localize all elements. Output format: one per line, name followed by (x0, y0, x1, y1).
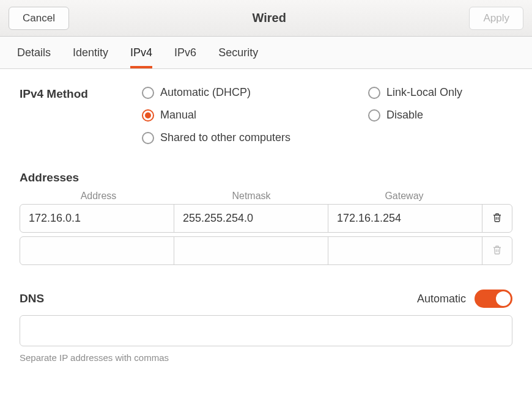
col-gateway: Gateway (328, 191, 481, 202)
addresses-section: Addresses Address Netmask Gateway (20, 171, 512, 265)
radio-automatic-dhcp[interactable]: Automatic (DHCP) (142, 86, 356, 99)
ipv4-method-options: Automatic (DHCP) Link-Local Only Manual … (142, 86, 462, 144)
apply-button[interactable]: Apply (469, 7, 523, 30)
dns-section: DNS Automatic Separate IP addresses with… (20, 290, 512, 363)
cancel-button[interactable]: Cancel (9, 7, 69, 30)
radio-icon (368, 109, 380, 122)
col-netmask: Netmask (175, 191, 328, 202)
dns-automatic-label: Automatic (417, 293, 466, 305)
addresses-title: Addresses (20, 171, 512, 184)
address-row (20, 204, 512, 233)
trash-icon (492, 211, 503, 226)
dns-input[interactable] (20, 315, 512, 346)
window-title: Wired (253, 11, 286, 25)
tab-identity[interactable]: Identity (73, 37, 108, 68)
radio-label: Automatic (DHCP) (160, 86, 251, 99)
content-area: IPv4 Method Automatic (DHCP) Link-Local … (0, 69, 532, 363)
ipv4-method-section: IPv4 Method Automatic (DHCP) Link-Local … (20, 86, 512, 144)
radio-link-local[interactable]: Link-Local Only (368, 86, 462, 99)
address-input[interactable] (20, 205, 174, 232)
ipv4-method-label: IPv4 Method (20, 86, 142, 101)
dns-header: DNS Automatic (20, 290, 512, 308)
dns-title: DNS (20, 292, 44, 305)
col-delete-spacer (481, 191, 510, 202)
radio-icon (368, 87, 380, 99)
radio-icon (142, 132, 154, 144)
radio-label: Shared to other computers (160, 131, 290, 144)
dns-automatic-switch[interactable] (475, 290, 512, 308)
address-input[interactable] (20, 237, 174, 264)
trash-icon (492, 244, 503, 258)
radio-manual[interactable]: Manual (142, 109, 356, 122)
delete-row-button[interactable] (482, 205, 512, 232)
dns-hint: Separate IP addresses with commas (20, 352, 512, 363)
delete-row-button[interactable] (482, 237, 512, 264)
addresses-header: Address Netmask Gateway (20, 191, 512, 202)
tab-bar: Details Identity IPv4 IPv6 Security (0, 37, 532, 69)
col-address: Address (22, 191, 175, 202)
switch-knob (496, 291, 511, 306)
address-row (20, 236, 512, 265)
radio-label: Disable (386, 109, 423, 122)
dns-automatic-group: Automatic (417, 290, 512, 308)
radio-label: Manual (160, 109, 196, 122)
tab-details[interactable]: Details (17, 37, 51, 68)
tab-security[interactable]: Security (218, 37, 258, 68)
netmask-input[interactable] (174, 237, 328, 264)
tab-ipv4[interactable]: IPv4 (130, 37, 152, 68)
gateway-input[interactable] (328, 237, 482, 264)
tab-ipv6[interactable]: IPv6 (174, 37, 196, 68)
radio-icon (142, 109, 154, 122)
radio-shared[interactable]: Shared to other computers (142, 131, 356, 144)
radio-icon (142, 87, 154, 99)
radio-label: Link-Local Only (386, 86, 462, 99)
radio-disable[interactable]: Disable (368, 109, 462, 122)
header-bar: Cancel Wired Apply (0, 0, 532, 37)
gateway-input[interactable] (328, 205, 482, 232)
netmask-input[interactable] (174, 205, 328, 232)
